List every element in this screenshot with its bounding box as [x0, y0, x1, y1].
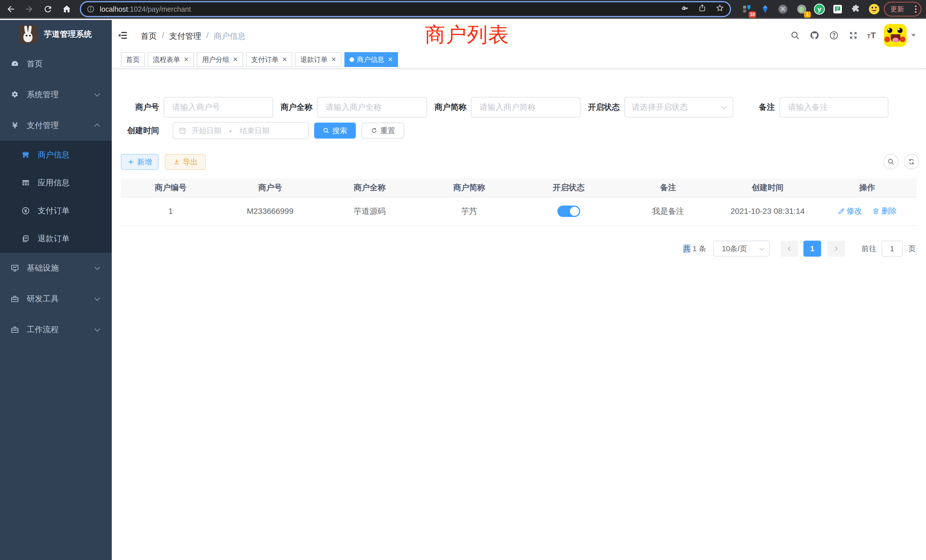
merchant-fullname-input[interactable]: [317, 97, 427, 118]
extensions-puzzle-icon[interactable]: [849, 2, 863, 16]
tag-home[interactable]: 首页: [121, 52, 145, 67]
delete-link[interactable]: 删除: [872, 206, 897, 216]
shop-icon: [21, 150, 30, 159]
extension-gem-icon[interactable]: [758, 2, 772, 16]
tag-refund-order[interactable]: 退款订单✕: [295, 52, 341, 67]
merchant-no-input[interactable]: [163, 97, 273, 118]
page-1-button[interactable]: 1: [803, 241, 821, 257]
close-icon[interactable]: ✕: [282, 56, 287, 63]
site-info-icon[interactable]: [87, 5, 95, 13]
sidebar-item-home[interactable]: 首页: [0, 48, 112, 79]
prev-page-button[interactable]: [781, 241, 798, 257]
refresh-table-button[interactable]: [904, 154, 919, 170]
password-key-icon[interactable]: [680, 4, 689, 15]
extension-grid-icon[interactable]: 10: [740, 2, 754, 16]
bookmark-star-icon[interactable]: [716, 4, 724, 15]
remark-input[interactable]: [779, 97, 888, 118]
browser-home-icon[interactable]: [61, 3, 73, 15]
sidebar-item-app-info[interactable]: 应用信息: [0, 169, 112, 197]
sidebar-fold-icon[interactable]: [117, 30, 128, 41]
svg-text:y: y: [817, 6, 822, 13]
plus-icon: [127, 159, 134, 165]
extension-chat-icon[interactable]: [831, 2, 844, 16]
tag-user-group[interactable]: 用户分组✕: [197, 52, 243, 67]
breadcrumb-current: 商户信息: [214, 31, 246, 42]
address-bar[interactable]: localhost:1024/pay/merchant: [80, 1, 731, 17]
status-select[interactable]: 请选择开启状态: [624, 97, 733, 118]
sidebar-item-label: 研发工具: [27, 294, 59, 304]
extension-command-icon[interactable]: ⌘: [776, 2, 790, 16]
sidebar-item-refund-order[interactable]: 退款订单: [0, 225, 112, 253]
sidebar-item-pay-order[interactable]: 支付订单: [0, 197, 112, 225]
navbar: 首页 / 支付管理 / 商户信息 商户列表 TT: [112, 20, 926, 51]
field-label: 商户号: [121, 97, 159, 118]
toolbox-icon: [10, 325, 20, 334]
search-icon: [323, 127, 330, 134]
monitor-icon: [10, 263, 20, 272]
show-search-toggle-button[interactable]: [883, 154, 899, 170]
search-icon: [887, 158, 895, 165]
create-time-range-picker[interactable]: 开始日期 - 结束日期: [173, 122, 309, 139]
search-button[interactable]: 搜索: [314, 123, 356, 139]
tag-process-form[interactable]: 流程表单✕: [148, 52, 194, 67]
goto-page-input[interactable]: [882, 241, 903, 257]
close-icon[interactable]: ✕: [233, 56, 238, 63]
chevron-down-icon: [94, 326, 100, 331]
column-header: 操作: [817, 182, 917, 193]
browser-update-button[interactable]: 更新: [884, 2, 921, 17]
avatar-caret-icon[interactable]: [911, 34, 916, 37]
field-label: 商户全称: [273, 97, 312, 118]
edit-link[interactable]: 修改: [838, 206, 862, 216]
github-icon[interactable]: [809, 30, 820, 41]
browser-back-icon[interactable]: [5, 3, 17, 15]
tag-pay-order[interactable]: 支付订单✕: [246, 52, 292, 67]
extension-egg-icon[interactable]: 1: [795, 2, 808, 16]
sidebar-item-infrastructure[interactable]: 基础设施: [0, 253, 112, 283]
app-logo-row[interactable]: 芋道管理系统: [0, 20, 112, 48]
field-label: 开启状态: [581, 97, 620, 118]
chevron-down-icon: [760, 246, 764, 251]
sidebar-item-workflow[interactable]: 工作流程: [0, 314, 112, 345]
export-button[interactable]: 导出: [165, 154, 206, 170]
breadcrumb-payment[interactable]: 支付管理: [169, 31, 201, 42]
close-icon[interactable]: ✕: [184, 56, 189, 63]
profile-avatar-icon[interactable]: [867, 2, 881, 16]
field-label: 商户简称: [427, 97, 466, 118]
merchant-table: 商户编号 商户号 商户全称 商户简称 开启状态 备注 创建时间 操作 1 M23…: [121, 179, 917, 226]
sidebar-item-dev-tools[interactable]: 研发工具: [0, 283, 112, 314]
calendar-icon: [179, 127, 186, 135]
add-button[interactable]: 新增: [121, 154, 159, 170]
header-search-icon[interactable]: [790, 30, 801, 41]
date-end-placeholder: 结束日期: [240, 126, 269, 136]
column-header: 商户全称: [320, 182, 419, 193]
fullscreen-icon[interactable]: [847, 30, 859, 41]
sidebar-item-label: 支付管理: [27, 120, 59, 131]
help-icon[interactable]: [828, 30, 840, 41]
close-icon[interactable]: ✕: [331, 56, 336, 63]
font-size-icon[interactable]: TT: [867, 30, 876, 40]
sidebar-item-merchant-info[interactable]: 商户信息: [0, 141, 112, 169]
tag-merchant-info[interactable]: 商户信息✕: [344, 52, 398, 67]
cell-merchant-no: M233666999: [220, 207, 320, 216]
reset-button[interactable]: 重置: [362, 123, 404, 139]
download-icon: [173, 159, 180, 165]
sidebar-submenu: 商户信息 应用信息 支付订单 退款订单: [0, 141, 112, 253]
share-icon[interactable]: [698, 4, 707, 15]
update-label: 更新: [890, 5, 904, 14]
breadcrumb-home[interactable]: 首页: [141, 31, 157, 42]
page-size-select[interactable]: 10条/页: [713, 241, 770, 257]
close-icon[interactable]: ✕: [388, 56, 393, 63]
chevron-down-icon: [94, 295, 100, 301]
merchant-shortname-input[interactable]: [471, 97, 581, 118]
browser-menu-icon[interactable]: [915, 5, 917, 13]
sidebar: 芋道管理系统 首页 系统管理 ￥ 支付管理 商户信息: [0, 20, 112, 560]
browser-forward-icon[interactable]: [23, 3, 35, 15]
user-avatar[interactable]: [884, 24, 906, 47]
status-toggle[interactable]: [557, 206, 580, 217]
sidebar-item-system[interactable]: 系统管理: [0, 79, 112, 110]
browser-refresh-icon[interactable]: [42, 3, 54, 15]
next-page-button[interactable]: [828, 241, 845, 257]
extension-y-icon[interactable]: y: [813, 2, 826, 16]
sidebar-item-payment[interactable]: ￥ 支付管理: [0, 110, 112, 141]
cell-merchant-id: 1: [121, 207, 220, 216]
